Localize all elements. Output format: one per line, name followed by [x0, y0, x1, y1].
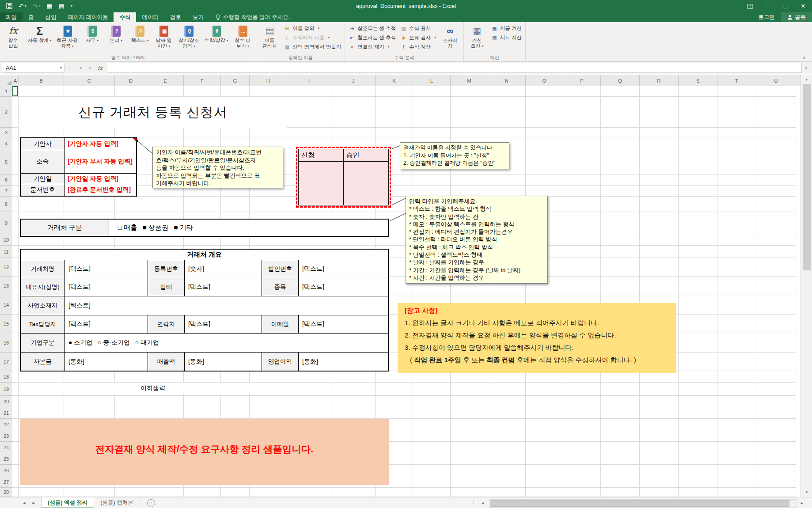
undo-icon[interactable]: ↶▾ — [19, 3, 27, 9]
sheet-tab-sheet-sample-excel[interactable]: (샘플) 엑셀 정리 — [41, 497, 94, 508]
share-button[interactable]: 공유 — [781, 12, 812, 22]
field-value[interactable]: [텍스트] — [65, 296, 388, 315]
approval-cell-request[interactable] — [299, 162, 344, 205]
menu-tab-file[interactable]: 파일 — [0, 12, 23, 22]
column-header-K[interactable]: K — [376, 75, 413, 86]
column-header-O[interactable]: O — [526, 75, 563, 86]
field-value[interactable]: [텍스트] — [299, 260, 388, 278]
row-header-9[interactable]: 9 — [0, 212, 12, 234]
use-in-formula-button[interactable]: ƒ수식에서 사용▾ — [284, 34, 341, 42]
field-value[interactable]: [텍스트] — [65, 260, 148, 278]
expand-formula-bar-icon[interactable]: ∨ — [804, 66, 808, 70]
trace-precedents-button[interactable]: ⇥참조되는 셀 추적 — [349, 24, 396, 32]
row-header-21[interactable]: 21 — [0, 407, 12, 419]
insert-function-icon[interactable]: fx — [98, 65, 102, 71]
row-header-23[interactable]: 23 — [0, 430, 12, 442]
name-box[interactable]: AA1 ▾ — [2, 63, 65, 73]
column-header-T[interactable]: T — [717, 75, 756, 86]
row-header-25[interactable]: 25 — [0, 453, 12, 465]
error-checking-button[interactable]: ◆오류 검사▾ — [400, 34, 436, 42]
menu-tab-page-layout[interactable]: 페이지 레이아웃 — [62, 12, 114, 22]
row-header-28[interactable]: 28 — [0, 488, 12, 497]
formula-bar-splitter[interactable]: ⋮ — [67, 65, 72, 71]
name-box-caret-icon[interactable]: ▾ — [60, 66, 62, 70]
menu-tab-formulas[interactable]: 수식 — [114, 12, 136, 22]
row-header-19[interactable]: 19 — [0, 383, 12, 396]
category-options[interactable]: □ 매출 ■ 상품권 ■ 기타 — [109, 220, 388, 236]
row-header-6[interactable]: 6 — [0, 174, 12, 186]
field-value[interactable]: [텍스트] — [299, 315, 388, 334]
menu-tab-review[interactable]: 검토 — [164, 12, 187, 22]
collapse-ribbon-icon[interactable]: ∧ — [803, 55, 806, 60]
tell-me-box[interactable]: 수행할 작업을 알려 주세요. — [216, 12, 290, 22]
menu-tab-view[interactable]: 보기 — [187, 12, 209, 22]
cancel-entry-icon[interactable]: × — [80, 65, 83, 71]
column-header-Q[interactable]: Q — [601, 75, 640, 86]
calculate-now-button[interactable]: ▦지금 계산 — [491, 24, 522, 32]
row-header-27[interactable]: 27 — [0, 476, 12, 488]
row-header-11[interactable]: 11 — [0, 246, 12, 258]
watch-window-button[interactable]: ∞조사식창 — [438, 23, 462, 54]
calculation-options-button[interactable]: ▦계산옵션▾ — [465, 23, 489, 54]
column-header-J[interactable]: J — [331, 75, 376, 86]
column-header-S[interactable]: S — [679, 75, 717, 86]
insert-function-button[interactable]: fx함수삽입 — [1, 23, 25, 54]
row-header-17[interactable]: 17 — [0, 353, 12, 371]
create-from-selection-button[interactable]: ▦선택 영역에서 만들기 — [284, 43, 341, 51]
field-value[interactable]: [숫자] — [185, 260, 262, 278]
field-value[interactable]: [텍스트] — [185, 315, 262, 334]
row-header-8[interactable]: 8 — [0, 197, 12, 212]
row-header-4[interactable]: 4 — [0, 137, 12, 150]
column-header-H[interactable]: H — [250, 75, 287, 86]
horizontal-scrollbar[interactable] — [489, 499, 797, 508]
column-header-G[interactable]: G — [221, 75, 250, 86]
row-header-3[interactable]: 3 — [0, 128, 12, 137]
tab-scroll-splitter[interactable] — [474, 500, 476, 506]
field-value[interactable]: [텍스트] — [65, 315, 148, 334]
row-header-20[interactable]: 20 — [0, 396, 12, 407]
row-header-16[interactable]: 16 — [0, 333, 12, 353]
column-header-E[interactable]: E — [147, 75, 184, 86]
input-types-note[interactable]: 입력 타입을 기입해주세요.* 텍스트 : 한줄 텍스트 입력 형식* 숫자 :… — [406, 196, 548, 284]
login-button[interactable]: 로그인 — [752, 14, 782, 21]
maximize-button[interactable]: □ — [777, 0, 794, 12]
column-header-I[interactable]: I — [287, 75, 331, 86]
field-value[interactable]: [텍스트] — [299, 278, 388, 296]
customize-qat-icon[interactable]: ▾ — [71, 4, 72, 8]
approval-table[interactable]: 신청 승인 — [296, 147, 391, 208]
row-header-15[interactable]: 15 — [0, 315, 12, 333]
financial-button[interactable]: $재무▾ — [80, 23, 104, 54]
row-header-7[interactable]: 7 — [0, 186, 12, 197]
column-header-A[interactable]: A — [12, 75, 19, 86]
select-all-corner[interactable] — [0, 75, 13, 87]
next-sheet-icon[interactable]: ▸ — [33, 500, 35, 506]
confirm-entry-icon[interactable]: ✓ — [88, 65, 92, 71]
formula-input[interactable] — [107, 63, 802, 73]
column-header-B[interactable]: B — [19, 75, 64, 86]
autosum-button[interactable]: Σ자동 합계▾ — [25, 23, 54, 54]
row-header-2[interactable]: 2 — [0, 97, 12, 128]
approval-naming-note[interactable]: 결재칸의 이름을 지정할 수 있습니다. 1. 기안자 이름 들어가는 곳 : … — [400, 142, 509, 169]
vertical-scrollbar-thumb[interactable] — [803, 84, 811, 270]
ribbon-display-options-icon[interactable] — [741, 0, 759, 12]
save-icon[interactable] — [6, 3, 12, 9]
more-functions-button[interactable]: …함수 더보기▾ — [231, 23, 254, 54]
minimize-button[interactable]: – — [759, 0, 777, 12]
evaluate-formula-button[interactable]: ƒ수식 계산 — [400, 43, 436, 51]
field-value[interactable]: [텍스트] — [185, 278, 262, 296]
field-value[interactable]: [통화] — [299, 353, 388, 371]
row-header-1[interactable]: 1 — [0, 86, 12, 97]
redo-icon[interactable]: ↷▾ — [33, 3, 41, 9]
text-functions-button[interactable]: 가텍스트▾ — [128, 23, 152, 54]
name-manager-button[interactable]: ▤이름관리자 — [258, 23, 281, 54]
sheet-canvas[interactable]: 신규 거래처 등록 신청서 기안자[기안자 자동 입력]소속[기안자 부서 자동… — [12, 86, 801, 497]
field-value[interactable]: ● 소기업 ○ 중·소기업 ○ 대기업 — [65, 334, 388, 353]
horizontal-scrollbar-thumb[interactable] — [490, 500, 789, 507]
row-header-13[interactable]: 13 — [0, 277, 12, 295]
column-header-F[interactable]: F — [184, 75, 221, 86]
row-header-5[interactable]: 5 — [0, 150, 12, 174]
field-value[interactable]: [기안일 자동 입력] — [65, 174, 136, 184]
calculate-sheet-button[interactable]: ▦시트 계산 — [491, 34, 522, 42]
row-header-26[interactable]: 26 — [0, 465, 12, 476]
field-value[interactable]: [통화] — [65, 353, 148, 371]
